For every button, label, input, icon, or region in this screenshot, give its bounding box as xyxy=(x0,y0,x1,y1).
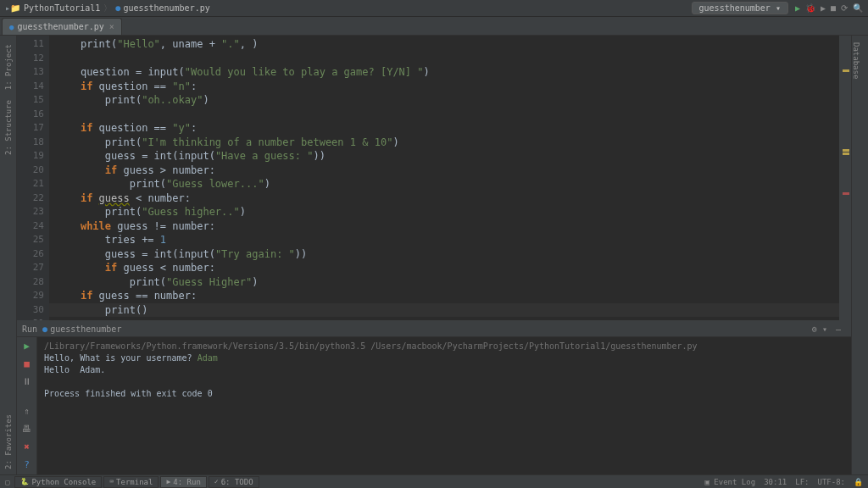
line-number[interactable]: 31 xyxy=(19,317,44,320)
right-tool-rail: Database xyxy=(851,36,868,474)
code-line[interactable]: if guess == number: xyxy=(49,289,839,303)
stop-icon[interactable]: ■ xyxy=(24,358,30,369)
line-number[interactable]: 19 xyxy=(19,149,44,164)
structure-tool-button[interactable]: 2: Structure xyxy=(4,100,13,155)
line-number[interactable]: 30 xyxy=(19,303,44,318)
code-line[interactable]: print("oh..okay") xyxy=(49,93,839,108)
run-tool-window: Run ● guessthenumber ⚙ ▾ — ▶ ■ ⏸ ⇑ 🖶 ✖ ?… xyxy=(17,322,851,474)
line-number[interactable]: 18 xyxy=(19,136,44,150)
code-line[interactable]: question = input("Would you like to play… xyxy=(49,65,839,80)
event-log-button[interactable]: ▣ Event Log xyxy=(705,478,756,486)
line-number[interactable]: 28 xyxy=(19,275,44,290)
database-tool-button[interactable]: Database xyxy=(852,42,860,79)
line-number[interactable]: 17 xyxy=(19,121,44,136)
run-panel-header[interactable]: Run ● guessthenumber ⚙ ▾ — xyxy=(17,322,851,337)
run-icon[interactable]: ▶ xyxy=(795,3,800,13)
code-line[interactable]: print("Hello", uname + ".", ) xyxy=(49,37,839,52)
run-toolbar: ▶ ■ ⏸ ⇑ 🖶 ✖ ? xyxy=(17,337,37,474)
print-icon[interactable]: 🖶 xyxy=(22,424,31,435)
line-separator[interactable]: LF: xyxy=(795,478,809,486)
tool-window-quick-access-icon[interactable]: ▢ xyxy=(5,478,9,486)
line-number[interactable]: 22 xyxy=(19,191,44,206)
line-number[interactable]: 24 xyxy=(19,219,44,234)
file-name: guessthenumber.py xyxy=(123,3,209,13)
code-line[interactable] xyxy=(49,52,839,66)
line-number[interactable]: 12 xyxy=(19,52,44,66)
code-line[interactable] xyxy=(49,317,839,320)
up-icon[interactable]: ⇑ xyxy=(24,406,30,417)
help-icon[interactable]: ? xyxy=(24,459,30,470)
code-line[interactable]: tries += 1 xyxy=(49,233,839,247)
line-number[interactable]: 23 xyxy=(19,205,44,219)
editor-tab[interactable]: ● guessthenumber.py × xyxy=(2,18,122,35)
gear-icon[interactable]: ⚙ ▾ xyxy=(812,324,827,334)
coverage-icon[interactable]: ▶ xyxy=(821,3,826,13)
code-line[interactable]: if guess > number: xyxy=(49,164,839,178)
statusbar-tool-button[interactable]: ▶ 4: Run xyxy=(160,476,206,488)
line-gutter[interactable]: 1112131415161718192021222324252627282930… xyxy=(17,36,49,320)
error-stripe[interactable] xyxy=(839,36,851,320)
code-line[interactable]: print("Guess Higher") xyxy=(49,275,839,290)
statusbar-tool-button[interactable]: ⌨ Terminal xyxy=(103,476,159,488)
editor-tabbar: ● guessthenumber.py × xyxy=(0,17,868,36)
editor-area: 1112131415161718192021222324252627282930… xyxy=(17,36,851,320)
line-number[interactable]: 13 xyxy=(19,65,44,80)
code-line[interactable]: if question == "y": xyxy=(49,121,839,136)
line-number[interactable]: 16 xyxy=(19,108,44,122)
cursor-position: 30:11 xyxy=(764,478,787,486)
code-line[interactable]: while guess != number: xyxy=(49,219,839,234)
rerun-icon[interactable]: ▶ xyxy=(24,341,30,352)
run-config-selector[interactable]: guessthenumber ▾ xyxy=(692,2,788,14)
line-number[interactable]: 26 xyxy=(19,247,44,262)
project-tool-button[interactable]: 1: Project xyxy=(4,44,13,90)
line-number[interactable]: 29 xyxy=(19,289,44,303)
code-line[interactable]: guess = int(input("Have a guess: ")) xyxy=(49,149,839,164)
close-icon[interactable]: ✖ xyxy=(24,441,30,452)
folder-icon: ▸📁 xyxy=(5,3,20,13)
line-number[interactable]: 20 xyxy=(19,164,44,178)
console-output[interactable]: /Library/Frameworks/Python.framework/Ver… xyxy=(37,337,851,474)
project-name: PythonTutorial1 xyxy=(24,3,100,13)
line-number[interactable]: 14 xyxy=(19,80,44,94)
line-number[interactable]: 25 xyxy=(19,233,44,247)
lock-icon[interactable]: 🔒 xyxy=(854,478,863,486)
file-encoding[interactable]: UTF-8: xyxy=(817,478,845,486)
code-line[interactable]: print("I'm thinking of a number between … xyxy=(49,136,839,150)
favorites-tool-button[interactable]: 2: Favorites xyxy=(4,414,13,469)
code-line[interactable]: if guess < number: xyxy=(49,261,839,275)
statusbar-tool-button[interactable]: 🐍 Python Console xyxy=(14,476,102,488)
titlebar: ▸📁 PythonTutorial1 〉 ● guessthenumber.py… xyxy=(0,0,868,17)
stop-icon[interactable]: ■ xyxy=(831,3,836,13)
minimize-icon[interactable]: — xyxy=(836,324,841,334)
pause-icon[interactable]: ⏸ xyxy=(22,376,31,387)
code-line[interactable]: print("Guess lower...") xyxy=(49,177,839,191)
code-line[interactable]: if guess < number: xyxy=(49,191,839,206)
debug-icon[interactable]: 🐞 xyxy=(805,3,815,13)
close-icon[interactable]: × xyxy=(109,22,114,31)
statusbar-tool-button[interactable]: ✓ 6: TODO xyxy=(209,476,259,488)
statusbar: ▢ 🐍 Python Console⌨ Terminal▶ 4: Run✓ 6:… xyxy=(0,474,868,488)
python-file-icon: ● xyxy=(9,23,14,31)
code-line[interactable]: print("Guess higher..") xyxy=(49,205,839,219)
line-number[interactable]: 15 xyxy=(19,93,44,108)
vcs-icon[interactable]: ⟳ xyxy=(841,3,848,13)
python-file-icon: ● xyxy=(115,3,120,13)
code-line[interactable]: print() xyxy=(49,303,839,318)
code-line[interactable]: if question == "n": xyxy=(49,80,839,94)
code-line[interactable] xyxy=(49,108,839,122)
python-file-icon: ● xyxy=(42,324,47,334)
left-tool-rail: 1: Project 2: Structure 2: Favorites xyxy=(0,36,17,474)
line-number[interactable]: 21 xyxy=(19,177,44,191)
tab-label: guessthenumber.py xyxy=(17,22,103,31)
code-editor[interactable]: print("Hello", uname + ".", ) question =… xyxy=(49,36,839,320)
code-line[interactable]: guess = int(input("Try again: ")) xyxy=(49,247,839,262)
line-number[interactable]: 11 xyxy=(19,37,44,52)
line-number[interactable]: 27 xyxy=(19,261,44,275)
search-icon[interactable]: 🔍 xyxy=(853,3,863,13)
